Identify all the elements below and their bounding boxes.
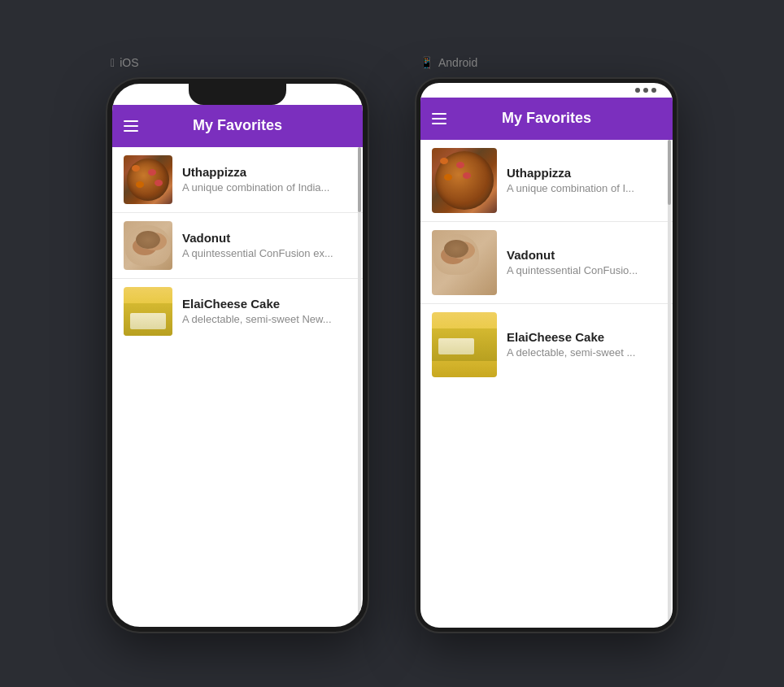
ios-list-item-1[interactable]: Uthappizza A unique combination of India… bbox=[112, 147, 363, 213]
android-section: 📱 Android My Favorites bbox=[416, 56, 677, 632]
ios-item-text-2: Vadonut A quintessential ConFusion ex... bbox=[182, 231, 351, 259]
ios-list-wrapper: Uthappizza A unique combination of India… bbox=[112, 147, 363, 627]
ios-item-desc-2: A quintessential ConFusion ex... bbox=[182, 247, 351, 259]
ios-item-desc-1: A unique combination of India... bbox=[182, 181, 351, 193]
android-item-name-2: Vadonut bbox=[507, 248, 661, 262]
ios-list-item-2[interactable]: Vadonut A quintessential ConFusion ex... bbox=[112, 213, 363, 279]
ios-section:  iOS My Favorites Uthappizza bbox=[107, 56, 368, 632]
android-item-desc-2: A quintessential ConFusio... bbox=[507, 264, 661, 276]
android-list-wrapper: Uthappizza A unique combination of I... … bbox=[420, 140, 673, 628]
ios-label-text: iOS bbox=[120, 56, 138, 69]
ios-item-desc-3: A delectable, semi-sweet New... bbox=[182, 313, 351, 325]
android-label-text: Android bbox=[438, 56, 477, 69]
android-item-desc-1: A unique combination of I... bbox=[507, 182, 661, 194]
android-app-header: My Favorites bbox=[420, 98, 673, 140]
ios-item-image-1 bbox=[124, 155, 172, 204]
ios-list-item-3[interactable]: ElaiCheese Cake A delectable, semi-sweet… bbox=[112, 279, 363, 344]
android-item-text-1: Uthappizza A unique combination of I... bbox=[507, 166, 661, 194]
android-list-item-1[interactable]: Uthappizza A unique combination of I... bbox=[420, 140, 673, 222]
ios-item-name-3: ElaiCheese Cake bbox=[182, 297, 351, 311]
android-dot-2 bbox=[643, 88, 648, 93]
android-item-name-3: ElaiCheese Cake bbox=[507, 330, 661, 344]
android-camera-bar bbox=[635, 88, 656, 93]
android-item-image-1 bbox=[432, 148, 497, 213]
ios-item-text-3: ElaiCheese Cake A delectable, semi-sweet… bbox=[182, 297, 351, 325]
android-item-text-2: Vadonut A quintessential ConFusio... bbox=[507, 248, 661, 276]
android-item-name-1: Uthappizza bbox=[507, 166, 661, 180]
android-scrollbar-track bbox=[668, 140, 671, 628]
ios-phone: My Favorites Uthappizza A unique combina… bbox=[107, 79, 368, 632]
apple-icon:  bbox=[111, 56, 115, 69]
android-list-container[interactable]: Uthappizza A unique combination of I... … bbox=[420, 140, 673, 385]
android-list-item-3[interactable]: ElaiCheese Cake A delectable, semi-sweet… bbox=[420, 304, 673, 385]
ios-app-header: My Favorites bbox=[112, 105, 363, 147]
android-icon: 📱 bbox=[420, 56, 433, 69]
ios-list-container[interactable]: Uthappizza A unique combination of India… bbox=[112, 147, 363, 344]
ios-menu-button[interactable] bbox=[124, 120, 138, 132]
android-scrollbar-thumb bbox=[668, 140, 671, 205]
android-list-item-2[interactable]: Vadonut A quintessential ConFusio... bbox=[420, 222, 673, 304]
ios-scrollbar-thumb bbox=[358, 147, 361, 212]
android-dot-1 bbox=[635, 88, 640, 93]
android-menu-button[interactable] bbox=[432, 113, 446, 124]
android-platform-label: 📱 Android bbox=[416, 56, 477, 69]
android-item-desc-3: A delectable, semi-sweet ... bbox=[507, 346, 661, 359]
ios-header-title: My Favorites bbox=[193, 117, 282, 134]
android-phone: My Favorites Uthappizza A unique combina… bbox=[416, 79, 677, 632]
ios-item-name-2: Vadonut bbox=[182, 231, 351, 245]
android-dot-3 bbox=[651, 88, 656, 93]
android-item-image-2 bbox=[432, 230, 497, 295]
android-item-image-3 bbox=[432, 312, 497, 377]
ios-item-image-3 bbox=[124, 287, 172, 336]
android-item-text-3: ElaiCheese Cake A delectable, semi-sweet… bbox=[507, 330, 661, 359]
ios-item-name-1: Uthappizza bbox=[182, 165, 351, 179]
android-header-title: My Favorites bbox=[502, 110, 591, 127]
ios-notch bbox=[189, 84, 286, 105]
ios-item-text-1: Uthappizza A unique combination of India… bbox=[182, 165, 351, 193]
ios-scrollbar-track bbox=[358, 147, 361, 627]
ios-item-image-2 bbox=[124, 221, 172, 270]
ios-platform-label:  iOS bbox=[107, 56, 138, 69]
